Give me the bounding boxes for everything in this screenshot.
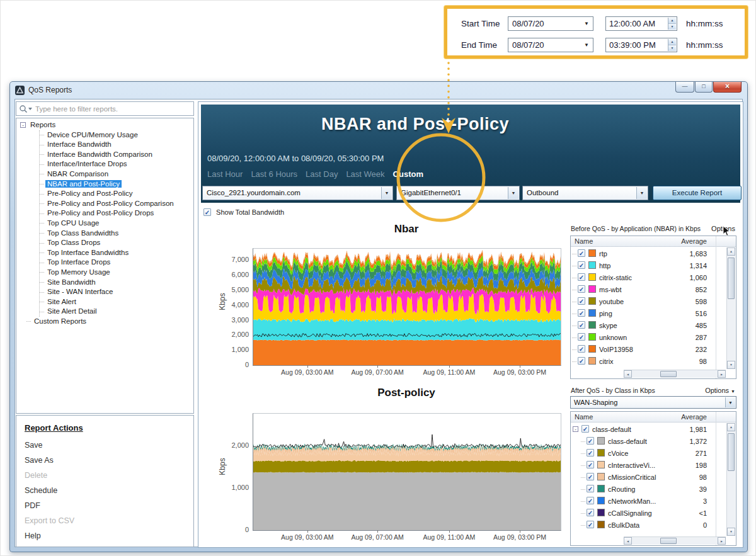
table-row[interactable]: ✓cNetworkMan...3 — [571, 496, 726, 508]
sidebar-item-top-cpu-usage[interactable]: Top CPU Usage — [40, 218, 193, 229]
column-header-name[interactable]: Name — [575, 237, 593, 245]
table-row[interactable]: ✓ping516 — [571, 308, 726, 320]
table-row[interactable]: ✓cCallSignaling<1 — [571, 508, 726, 519]
range-tab-last-day[interactable]: Last Day — [306, 169, 338, 179]
sidebar-item-device-cpu-memory-usage[interactable]: Device CPU/Memory Usage — [40, 130, 193, 140]
scroll-right-button[interactable]: ▶ — [718, 537, 726, 545]
minimize-button[interactable]: — — [675, 82, 694, 93]
row-checkbox[interactable]: ✓ — [581, 425, 589, 433]
start-time-spinner[interactable]: 12:00:00 AM ▲▼ — [605, 16, 677, 31]
scroll-up-button[interactable]: ▲ — [727, 247, 735, 256]
column-header-name[interactable]: Name — [575, 413, 593, 421]
row-checkbox[interactable]: ✓ — [578, 249, 585, 257]
chevron-down-icon[interactable]: ▼ — [725, 397, 735, 407]
sidebar-item-site-bandwidth[interactable]: Site Bandwidth — [40, 278, 193, 288]
sidebar-item-interface-bandwidth[interactable]: Interface Bandwidth — [40, 140, 193, 150]
direction-dropdown[interactable]: Outbound ▼ — [522, 186, 648, 200]
table-row[interactable]: ✓unknown287 — [571, 332, 726, 344]
table-row[interactable]: ✓cBulkData0 — [571, 519, 726, 531]
table-row[interactable]: ✓citrix-static1,060 — [571, 272, 726, 284]
sidebar-item-top-interface-bandwidths[interactable]: Top Interface Bandwidths — [40, 248, 193, 258]
scroll-down-button[interactable]: ▼ — [727, 361, 735, 369]
action-pdf[interactable]: PDF — [25, 498, 193, 513]
sidebar-item-interface-interface-drops[interactable]: Interface/Interface Drops — [40, 159, 193, 169]
show-total-bandwidth-checkbox[interactable]: ✓ — [203, 208, 211, 216]
sidebar-item-pre-policy-and-post-policy[interactable]: Pre-Policy and Post-Policy — [40, 189, 193, 199]
vertical-scrollbar[interactable]: ▲▼ — [726, 247, 735, 369]
spinner-buttons[interactable]: ▲▼ — [668, 18, 676, 30]
sidebar-item-top-class-bandwidths[interactable]: Top Class Bandwidths — [40, 229, 193, 239]
device-dropdown[interactable]: Cisco_2921.yourdomain.com ▼ — [202, 186, 393, 200]
search-input[interactable] — [35, 103, 192, 115]
horizontal-scrollbar[interactable]: ◀▶ — [624, 536, 726, 545]
range-tab-last-week[interactable]: Last Week — [346, 169, 384, 179]
horizontal-scrollbar[interactable]: ◀▶ — [624, 370, 726, 378]
sidebar-item-site-alert-detail[interactable]: Site Alert Detail — [40, 307, 193, 317]
maximize-button[interactable]: □ — [695, 82, 713, 93]
table-row[interactable]: ✓rtp1,683 — [571, 248, 726, 260]
sidebar-item-pre-policy-and-post-policy-drops[interactable]: Pre-Policy and Post-Policy Drops — [40, 208, 193, 218]
table-row[interactable]: ✓skype485 — [571, 320, 726, 332]
row-checkbox[interactable]: ✓ — [578, 309, 585, 317]
sidebar-item-top-memory-usage[interactable]: Top Memory Usage — [40, 268, 193, 278]
row-checkbox[interactable]: ✓ — [587, 461, 594, 468]
spin-down-icon[interactable]: ▼ — [668, 45, 676, 51]
sidebar-item-reports[interactable]: -Reports — [20, 120, 193, 130]
table-row[interactable]: ✓http1,314 — [571, 260, 726, 272]
range-tab-custom[interactable]: Custom — [393, 169, 423, 179]
range-tab-last-6-hours[interactable]: Last 6 Hours — [251, 169, 297, 179]
scrollbar-thumb[interactable] — [728, 433, 735, 471]
table-row[interactable]: -✓class-default1,981 — [571, 424, 726, 436]
row-checkbox[interactable]: ✓ — [578, 273, 585, 281]
sidebar-item-nbar-and-post-policy[interactable]: NBAR and Post-Policy — [40, 179, 193, 190]
table-row[interactable]: ✓cInteractiveVi...198 — [571, 460, 726, 472]
row-checkbox[interactable]: ✓ — [587, 473, 594, 480]
chevron-down-icon[interactable]: ▼ — [381, 187, 392, 199]
execute-report-button[interactable]: Execute Report — [653, 186, 742, 200]
row-checkbox[interactable]: ✓ — [578, 321, 585, 329]
sidebar-item-custom-reports[interactable]: Custom Reports — [26, 317, 193, 327]
scrollbar-thumb[interactable] — [660, 538, 677, 544]
row-checkbox[interactable]: ✓ — [578, 333, 585, 341]
collapse-icon[interactable]: - — [573, 426, 578, 432]
sidebar-item-top-class-drops[interactable]: Top Class Drops — [40, 238, 193, 248]
chevron-down-icon[interactable]: ▼ — [508, 187, 518, 199]
scroll-down-button[interactable]: ▼ — [727, 528, 735, 536]
range-tab-last-hour[interactable]: Last Hour — [207, 169, 243, 179]
collapse-icon[interactable]: - — [20, 122, 26, 128]
action-help[interactable]: Help — [25, 528, 193, 543]
after-options-menu[interactable]: Options▼ — [705, 387, 735, 394]
sidebar-item-nbar-comparison[interactable]: NBAR Comparison — [40, 169, 193, 179]
table-row[interactable]: ✓youtube598 — [571, 296, 726, 308]
spin-down-icon[interactable]: ▼ — [668, 24, 676, 30]
table-row[interactable]: ✓cRouting39 — [571, 484, 726, 496]
table-row[interactable]: ✓cMissionCritical98 — [571, 472, 726, 484]
row-checkbox[interactable]: ✓ — [587, 449, 594, 457]
sidebar-item-pre-policy-and-post-policy-comparison[interactable]: Pre-Policy and Post-Policy Comparison — [40, 199, 193, 209]
end-date-dropdown[interactable]: 08/07/20 ▼ — [508, 38, 593, 52]
scroll-up-button[interactable]: ▲ — [727, 423, 735, 431]
table-row[interactable]: ✓cVoice271 — [571, 448, 726, 460]
row-checkbox[interactable]: ✓ — [587, 485, 594, 492]
action-save[interactable]: Save — [25, 438, 193, 453]
table-row[interactable]: ✓class-default1,372 — [571, 436, 726, 448]
row-checkbox[interactable]: ✓ — [578, 261, 585, 269]
scroll-left-button[interactable]: ◀ — [624, 370, 632, 378]
row-checkbox[interactable]: ✓ — [578, 285, 585, 293]
row-checkbox[interactable]: ✓ — [578, 345, 585, 353]
scrollbar-thumb[interactable] — [660, 371, 677, 377]
table-row[interactable]: ✓VoIP13958232 — [571, 344, 726, 356]
chevron-down-icon[interactable]: ▼ — [636, 187, 647, 199]
row-checkbox[interactable]: ✓ — [587, 521, 594, 528]
start-date-dropdown[interactable]: 08/07/20 ▼ — [508, 16, 593, 31]
table-row[interactable]: ✓ms-wbt852 — [571, 284, 726, 296]
close-button[interactable]: × — [713, 82, 742, 93]
policy-dropdown[interactable]: WAN-Shaping ▼ — [570, 396, 736, 409]
window-titlebar[interactable]: QoS Reports — □ × — [10, 82, 747, 99]
row-checkbox[interactable]: ✓ — [587, 497, 594, 504]
sidebar-item-site-wan-interface[interactable]: Site - WAN Interface — [40, 287, 193, 297]
vertical-scrollbar[interactable]: ▲▼ — [726, 423, 735, 536]
sidebar-item-top-interface-drops[interactable]: Top Interface Drops — [40, 258, 193, 268]
end-time-spinner[interactable]: 03:39:00 PM ▲▼ — [605, 38, 677, 52]
scrollbar-thumb[interactable] — [728, 258, 735, 299]
